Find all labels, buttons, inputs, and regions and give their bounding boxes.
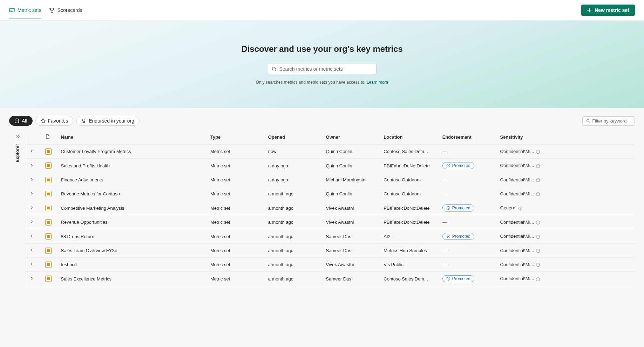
endorsement-none: — (442, 149, 447, 154)
chevron-right-icon[interactable] (29, 247, 34, 253)
cell-owner[interactable]: Sameer Das (323, 244, 381, 258)
endorsement-badge: Promoted (442, 233, 474, 240)
cell-name[interactable]: Customer Loyalty Program Metrics (58, 145, 208, 159)
col-sensitivity-header[interactable]: Sensitivity (497, 131, 635, 145)
cell-name[interactable]: Sales Excellence Metrics (58, 272, 208, 286)
cell-name[interactable]: Revenue Opportunities (58, 215, 208, 229)
cell-type: Metric set (208, 187, 265, 201)
tab-scorecards[interactable]: Scorecards (49, 1, 82, 19)
cell-location[interactable]: Metrics Hub Samples (381, 244, 439, 258)
expand-rail-icon[interactable] (15, 134, 20, 139)
cell-name[interactable]: Finance Adjustments (58, 173, 208, 187)
new-metric-set-button[interactable]: New metric set (581, 5, 635, 16)
cell-owner[interactable]: Quinn Conlin (323, 187, 381, 201)
filter-keyword-box[interactable] (582, 116, 635, 126)
cell-type: Metric set (208, 201, 265, 215)
col-name-header[interactable]: Name (58, 131, 208, 145)
cell-owner[interactable]: Sameer Das (323, 272, 381, 286)
sensitivity-value: Confidential\Mi... (500, 262, 534, 267)
cell-location[interactable]: AI2 (381, 229, 439, 244)
database-icon (14, 118, 19, 123)
chip-endorsed[interactable]: Endorsed in your org (76, 116, 140, 126)
table-row[interactable]: Competitive Marketing Analysis Metric se… (26, 201, 635, 215)
table-row[interactable]: 88 Drops Return Metric set a month ago S… (26, 229, 635, 244)
hero-banner: Discover and use your org's key metrics … (0, 21, 644, 108)
explorer-rail: Explorer (9, 131, 26, 286)
chevron-right-icon[interactable] (29, 261, 34, 267)
endorsement-label: Promoted (452, 206, 470, 210)
cell-owner[interactable]: Vivek Awasthi (323, 215, 381, 229)
sensitivity-value: Confidential\Mi... (500, 220, 534, 225)
tab-metric-sets[interactable]: Metric sets (9, 1, 41, 19)
metric-set-icon (45, 262, 52, 268)
table-row[interactable]: test bcd Metric set a month ago Vivek Aw… (26, 258, 635, 272)
cell-owner[interactable]: Quinn Conlin (323, 159, 381, 173)
cell-endorsement: Promoted (440, 159, 497, 173)
info-icon (536, 235, 540, 239)
col-location-header[interactable]: Location (381, 131, 439, 145)
cell-name[interactable]: Sales Team Overview FY24 (58, 244, 208, 258)
table-row[interactable]: Finance Adjustments Metric set a day ago… (26, 173, 635, 187)
tabs: Metric sets Scorecards (9, 1, 82, 19)
cell-type: Metric set (208, 159, 265, 173)
cell-location[interactable]: PBIFabricDoNotDelete (381, 215, 439, 229)
cell-name[interactable]: Competitive Marketing Analysis (58, 201, 208, 215)
cell-name[interactable]: test bcd (58, 258, 208, 272)
cell-location[interactable]: PBIFabricDoNotDelete (381, 159, 439, 173)
cell-owner[interactable]: Vivek Awasthi (323, 201, 381, 215)
chip-all[interactable]: All (9, 116, 33, 126)
chevron-right-icon[interactable] (29, 205, 34, 210)
learn-more-link[interactable]: Learn more (367, 80, 388, 85)
metric-set-icon (45, 162, 52, 169)
search-hint-text: Only searches metrics and metric sets yo… (256, 80, 367, 85)
chevron-right-icon[interactable] (29, 219, 34, 224)
cell-sensitivity: Confidential\Mi... (497, 215, 635, 229)
chevron-right-icon[interactable] (29, 233, 34, 239)
cell-location[interactable]: Contoso Sales Dem... (381, 145, 439, 159)
endorsement-badge: Promoted (442, 275, 474, 282)
chevron-right-icon[interactable] (29, 276, 34, 281)
cell-owner[interactable]: Sameer Das (323, 229, 381, 244)
chevron-right-icon[interactable] (29, 162, 34, 168)
info-icon (536, 192, 540, 196)
table-row[interactable]: Revenue Metrics for Contoso Metric set a… (26, 187, 635, 201)
cell-owner[interactable]: Vivek Awasthi (323, 258, 381, 272)
table-row[interactable]: Sales and Profits Health Metric set a da… (26, 159, 635, 173)
table-row[interactable]: Revenue Opportunities Metric set a month… (26, 215, 635, 229)
search-input[interactable] (279, 66, 373, 72)
top-tab-bar: Metric sets Scorecards New metric set (0, 0, 644, 21)
cell-location[interactable]: Contoso Sales Dem... (381, 272, 439, 286)
chevron-right-icon[interactable] (29, 148, 34, 154)
cell-type: Metric set (208, 215, 265, 229)
svg-point-6 (447, 164, 450, 167)
chip-favorites[interactable]: Favorites (35, 116, 74, 126)
cell-name[interactable]: 88 Drops Return (58, 229, 208, 244)
cell-location[interactable]: PBIFabricDoNotDelete (381, 201, 439, 215)
col-endorsement-header[interactable]: Endorsement (440, 131, 497, 145)
table-row[interactable]: Customer Loyalty Program Metrics Metric … (26, 145, 635, 159)
cell-name[interactable]: Sales and Profits Health (58, 159, 208, 173)
cell-location[interactable]: V's Public (381, 258, 439, 272)
table-row[interactable]: Sales Team Overview FY24 Metric set a mo… (26, 244, 635, 258)
chevron-right-icon[interactable] (29, 190, 34, 196)
cell-location[interactable]: Contoso Outdoors (381, 173, 439, 187)
cell-owner[interactable]: Quinn Conlin (323, 145, 381, 159)
cell-owner[interactable]: Michael Morningstar (323, 173, 381, 187)
metric-sets-table: Name Type Opened Owner Location Endorsem… (26, 131, 635, 286)
col-type-header[interactable]: Type (208, 131, 265, 145)
search-box[interactable] (268, 64, 377, 74)
col-type-icon (42, 131, 58, 145)
endorsement-label: Promoted (452, 163, 470, 168)
cell-name[interactable]: Revenue Metrics for Contoso (58, 187, 208, 201)
table-row[interactable]: Sales Excellence Metrics Metric set a mo… (26, 272, 635, 286)
plus-icon (587, 8, 592, 13)
col-owner-header[interactable]: Owner (323, 131, 381, 145)
chevron-right-icon[interactable] (29, 176, 34, 182)
filter-keyword-input[interactable] (592, 118, 631, 124)
cell-sensitivity: Confidential\Mi... (497, 173, 635, 187)
svg-point-17 (447, 277, 450, 280)
col-opened-header[interactable]: Opened (265, 131, 323, 145)
cell-sensitivity: Confidential\Mi... (497, 145, 635, 159)
cell-opened: a month ago (265, 201, 323, 215)
cell-location[interactable]: Contoso Outdoors (381, 187, 439, 201)
